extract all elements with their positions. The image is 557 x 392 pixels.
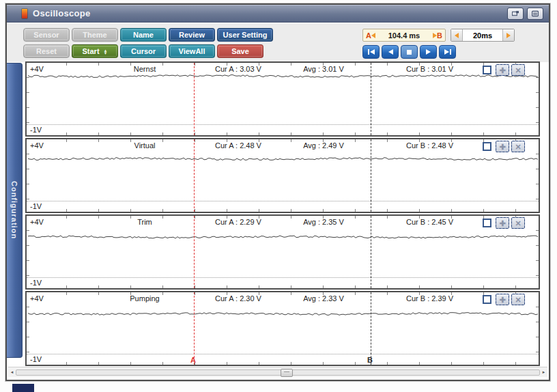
start-toggle-icon: ▲▼ [104,49,108,55]
plus-icon: ✚ [499,219,505,227]
cursor-a-reading: Cur A : 2.30 V [197,294,279,303]
cursor-b-line[interactable] [371,216,371,288]
reset-button[interactable]: Reset [23,44,70,58]
channel-pumping: +4V Pumping Cur A : 2.30 V Avg : 2.33 V … [25,291,540,366]
step-back-button[interactable] [382,45,399,59]
channel-nernst: +4V Nernst Cur A : 3.03 V Avg : 3.01 V C… [25,61,540,137]
right-arrow-icon [506,33,511,38]
oscilloscope-window: Oscilloscope Sensor Theme Name Review Us… [5,3,550,381]
average-reading: Avg : 2.49 V [289,141,358,150]
scrollbar-track[interactable] [16,369,540,376]
channel-close-button[interactable]: ✕ [511,141,525,152]
plus-icon: ✚ [499,66,505,74]
channel-zoom-button[interactable]: ✚ [496,294,509,305]
channel-zoom-button[interactable]: ✚ [496,64,509,76]
average-reading: Avg : 3.01 V [289,65,358,73]
panel-collapse-button[interactable] [527,8,543,20]
cursor-b-reading: Cur B : 2.45 V [387,218,472,226]
cursor-a-reading: Cur A : 2.48 V [197,141,279,150]
configuration-tab[interactable]: Configuration [7,63,23,358]
play-icon [425,48,432,55]
average-reading: Avg : 2.33 V [289,294,358,303]
horizontal-scrollbar[interactable]: ◂ ▸ [8,367,547,377]
transport-controls [362,45,456,59]
app-icon [22,9,27,18]
channel-visibility-checkbox[interactable] [483,219,491,227]
cursor-a-arrow-icon [371,33,375,38]
scope-plot-area: +4V Nernst Cur A : 3.03 V Avg : 3.01 V C… [25,61,540,367]
viewall-button[interactable]: ViewAll [169,44,215,58]
channel-visibility-checkbox[interactable] [483,142,491,151]
cursor-b-line[interactable] [371,292,371,365]
cursor-a-reading: Cur A : 3.03 V [197,65,279,73]
cursor-a-marker: A [190,356,196,364]
scroll-left-icon[interactable]: ◂ [8,369,16,375]
cursor-a-line[interactable] [194,216,195,288]
stop-button[interactable] [401,45,418,59]
cursor-a-label: A [366,31,371,40]
timebase-spinner: 20ms [451,29,515,42]
y-min-label: -1V [30,279,42,287]
average-reading: Avg : 2.35 V [289,218,358,226]
channel-close-button[interactable]: ✕ [511,64,525,76]
skip-to-start-icon [367,48,375,55]
cursor-a-reading: Cur A : 2.29 V [197,218,279,226]
popout-button[interactable] [507,8,524,20]
channel-virtual: +4V Virtual Cur A : 2.48 V Avg : 2.49 V … [25,138,540,213]
y-min-label: -1V [30,126,42,134]
window-title: Oscilloscope [33,8,91,18]
scrollbar-thumb[interactable] [281,369,293,377]
timebase-value: 20ms [463,29,502,41]
channel-name: Pumping [114,294,175,303]
cursor-a-line[interactable] [194,63,195,135]
channel-visibility-checkbox[interactable] [483,66,491,74]
plus-icon: ✚ [499,296,505,304]
channel-name: Nernst [114,65,175,73]
y-max-label: +4V [30,65,44,73]
waveform-trace [27,63,539,135]
toolbar: Sensor Theme Name Review User Setting Re… [7,23,549,62]
skip-to-end-icon [444,48,452,55]
review-button[interactable]: Review [169,28,215,42]
skip-to-start-button[interactable] [362,45,380,59]
start-button[interactable]: Start▲▼ [72,44,118,58]
save-button[interactable]: Save [217,44,263,58]
title-bar: Oscilloscope [7,5,549,23]
user-setting-button[interactable]: User Setting [217,28,273,42]
theme-button[interactable]: Theme [72,28,118,42]
cursor-b-line[interactable] [371,139,371,212]
channel-zoom-button[interactable]: ✚ [496,141,509,152]
channel-name: Trim [114,218,175,226]
cursor-b-reading: Cur B : 2.39 V [387,294,472,303]
waveform-trace [27,292,539,365]
y-min-label: -1V [30,355,42,363]
cursor-b-line[interactable] [371,63,371,135]
channel-zoom-button[interactable]: ✚ [496,217,509,229]
close-icon: ✕ [515,66,521,74]
cursor-button[interactable]: Cursor [120,44,167,58]
skip-to-end-button[interactable] [439,45,456,59]
cursor-a-line[interactable] [194,139,195,212]
cursor-b-marker: B [367,356,373,364]
close-icon: ✕ [515,296,521,304]
cursor-b-reading: Cur B : 3.01 V [387,65,472,73]
y-min-label: -1V [30,202,42,210]
desktop-fragment [12,384,34,392]
channel-name: Virtual [114,141,175,150]
channel-close-button[interactable]: ✕ [511,217,525,229]
y-max-label: +4V [30,294,44,303]
channel-visibility-checkbox[interactable] [483,295,491,304]
timebase-increase-button[interactable] [502,29,514,41]
stop-icon [406,49,412,55]
channel-close-button[interactable]: ✕ [511,294,525,305]
timebase-decrease-button[interactable] [451,29,463,41]
cursor-a-line[interactable] [194,292,195,365]
play-button[interactable] [420,45,437,59]
popout-icon [512,10,519,17]
close-icon: ✕ [515,143,521,151]
name-button[interactable]: Name [120,28,167,42]
scroll-right-icon[interactable]: ▸ [540,369,547,375]
cursor-delta-value: 104.4 ms [388,31,420,40]
sensor-button[interactable]: Sensor [23,28,70,42]
cursor-delta-display: A 104.4 ms B [362,29,446,42]
